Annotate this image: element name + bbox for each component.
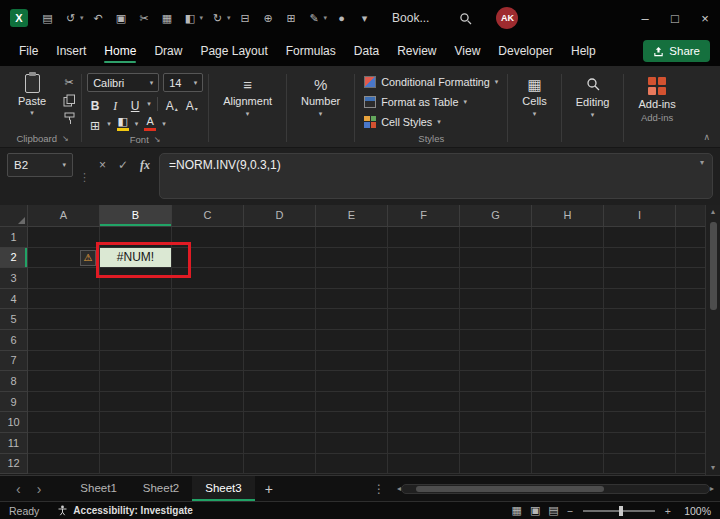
cell-A2[interactable]: ⚠ [28,248,100,269]
quick-add-icon[interactable]: ⊕ [261,12,276,25]
chevron-down-icon[interactable]: ▾ [227,14,231,22]
cell-D12[interactable] [244,454,316,475]
cut-button[interactable]: ✂ [62,76,76,89]
conditional-formatting-button[interactable]: Conditional Formatting ▾ [360,72,502,91]
column-header-I[interactable]: I [604,205,676,227]
account-avatar[interactable]: AK [496,7,518,29]
row-header-5[interactable]: 5 [0,309,28,330]
row-header-11[interactable]: 11 [0,433,28,454]
cell-C10[interactable] [172,412,244,433]
undo-history-icon[interactable]: ↻ [210,12,225,25]
cell-I8[interactable] [604,371,676,392]
column-header-D[interactable]: D [244,205,316,227]
cell-A4[interactable] [28,289,100,310]
cell-G11[interactable] [460,433,532,454]
normal-view-button[interactable]: ▦ [512,504,522,517]
cell-F4[interactable] [388,289,460,310]
cell-A11[interactable] [28,433,100,454]
share-button[interactable]: Share [643,40,710,62]
cell-I12[interactable] [604,454,676,475]
cell-A1[interactable] [28,227,100,248]
cell-I11[interactable] [604,433,676,454]
cell-E4[interactable] [316,289,388,310]
zoom-level[interactable]: 100% [679,505,711,517]
chevron-down-icon[interactable]: ▾ [200,14,204,22]
menu-tab-view[interactable]: View [446,36,490,66]
cell-E9[interactable] [316,392,388,413]
cell-B12[interactable] [100,454,172,475]
cell-D1[interactable] [244,227,316,248]
zoom-slider-thumb[interactable] [619,506,623,516]
sheet-nav-right-icon[interactable]: › [29,476,50,502]
cell-F6[interactable] [388,330,460,351]
cell-H4[interactable] [532,289,604,310]
zoom-in-button[interactable]: + [665,505,671,517]
column-header-F[interactable]: F [388,205,460,227]
cell-E5[interactable] [316,309,388,330]
name-box[interactable]: B2 ▾ [7,153,73,177]
cell-A8[interactable] [28,371,100,392]
page-layout-view-button[interactable]: ▣ [530,504,540,517]
scroll-up-icon[interactable]: ▴ [711,205,715,219]
cell-A10[interactable] [28,412,100,433]
paste-button[interactable]: Paste ▾ [9,70,55,117]
cell-I3[interactable] [604,268,676,289]
cell-I1[interactable] [604,227,676,248]
cell-H2[interactable] [532,248,604,269]
cell-D7[interactable] [244,351,316,372]
cell-D6[interactable] [244,330,316,351]
cell-F10[interactable] [388,412,460,433]
sheet-tab-sheet3[interactable]: Sheet3 [192,476,254,501]
maximize-button[interactable]: □ [660,0,690,36]
cell-F5[interactable] [388,309,460,330]
qat-overflow-icon[interactable]: ▾ [357,12,372,25]
fill-color-button[interactable]: ◧ [115,116,131,131]
cell-H1[interactable] [532,227,604,248]
cell-C9[interactable] [172,392,244,413]
cell-G5[interactable] [460,309,532,330]
cell-C1[interactable] [172,227,244,248]
cell-B7[interactable] [100,351,172,372]
collapse-ribbon-button[interactable]: ∧ [703,132,710,142]
save-icon[interactable]: ▤ [40,12,55,25]
cell-A5[interactable] [28,309,100,330]
formula-bar-resizer[interactable]: ⋮ [79,165,90,189]
cell-H9[interactable] [532,392,604,413]
column-header-E[interactable]: E [316,205,388,227]
dialog-launcher-icon[interactable]: ↘ [62,134,69,143]
cell-F1[interactable] [388,227,460,248]
row-header-7[interactable]: 7 [0,351,28,372]
sheet-tab-sheet2[interactable]: Sheet2 [130,476,192,501]
cell-D10[interactable] [244,412,316,433]
chevron-down-icon[interactable]: ▾ [162,120,166,128]
cell-D9[interactable] [244,392,316,413]
chevron-down-icon[interactable]: ▾ [324,14,328,22]
horizontal-scrollbar-track[interactable] [401,484,710,494]
excel-logo-icon[interactable]: X [10,9,28,27]
cell-E6[interactable] [316,330,388,351]
cell-B4[interactable] [100,289,172,310]
font-name-select[interactable]: Calibri ▾ [87,73,159,92]
record-icon[interactable]: ● [334,12,349,24]
cell-E12[interactable] [316,454,388,475]
sheet-menu-icon[interactable]: ⋮ [367,482,391,496]
cell-I6[interactable] [604,330,676,351]
cell-G3[interactable] [460,268,532,289]
cell-G4[interactable] [460,289,532,310]
cell-styles-button[interactable]: Cell Styles ▾ [360,112,502,131]
column-header-B[interactable]: B [100,205,172,227]
font-size-select[interactable]: 14 ▾ [163,73,203,92]
row-header-9[interactable]: 9 [0,392,28,413]
cell-B5[interactable] [100,309,172,330]
cell-G12[interactable] [460,454,532,475]
horizontal-scrollbar[interactable]: ◂ ▸ [397,482,714,496]
cell-F9[interactable] [388,392,460,413]
cell-E11[interactable] [316,433,388,454]
cut-icon[interactable]: ✂ [137,12,152,25]
cell-I9[interactable] [604,392,676,413]
vertical-scrollbar-thumb[interactable] [710,222,717,310]
cell-F12[interactable] [388,454,460,475]
menu-tab-draw[interactable]: Draw [145,36,191,66]
format-painter-icon[interactable]: ◧ [183,12,198,25]
chevron-down-icon[interactable]: ▾ [107,120,111,128]
